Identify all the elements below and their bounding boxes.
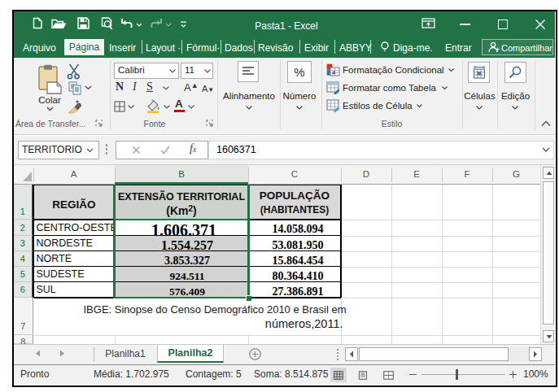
svg-text:≠: ≠: [332, 69, 336, 76]
